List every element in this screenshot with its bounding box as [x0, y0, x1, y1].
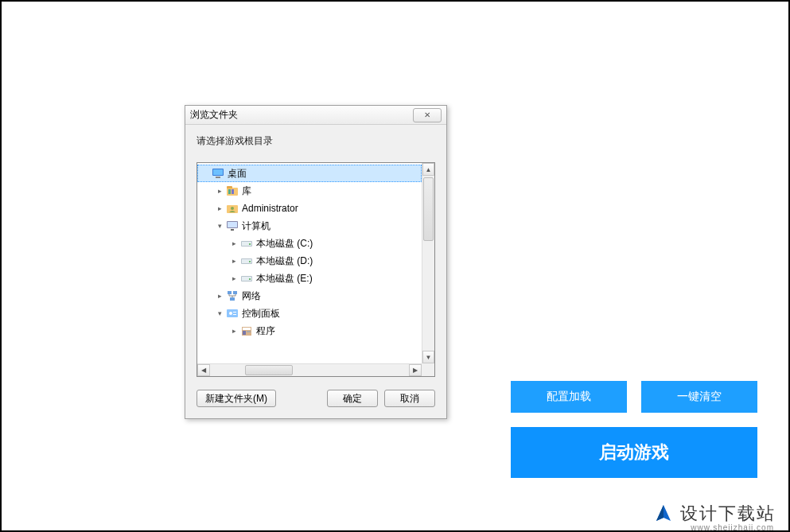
tree-row-label: 计算机 [242, 219, 270, 233]
drive-icon [240, 254, 253, 267]
cancel-button[interactable]: 取消 [384, 390, 435, 407]
tree-row-label: 库 [242, 184, 251, 198]
tree-row-label: 本地磁盘 (E:) [256, 272, 313, 285]
chevron-right-icon[interactable]: ▸ [215, 204, 224, 212]
chevron-right-icon[interactable]: ▸ [229, 327, 239, 335]
svg-rect-23 [230, 297, 235, 301]
svg-rect-11 [231, 229, 234, 231]
svg-rect-21 [228, 291, 232, 294]
one-click-clear-button[interactable]: 一键清空 [641, 381, 757, 413]
svg-rect-26 [233, 312, 236, 313]
tree-row[interactable]: ▸桌面 [197, 165, 422, 182]
watermark-text: 设计下载站 [680, 502, 776, 526]
chevron-down-icon[interactable]: ▾ [215, 309, 224, 317]
svg-rect-10 [228, 222, 237, 227]
config-load-button[interactable]: 配置加载 [511, 381, 627, 413]
scroll-up-arrow-icon[interactable]: ▲ [422, 163, 434, 176]
watermark: 设计下载站 [653, 502, 776, 526]
scroll-right-arrow-icon[interactable]: ▶ [409, 364, 422, 376]
vertical-scroll-thumb[interactable] [423, 177, 434, 241]
tree-row-label: 控制面板 [242, 307, 280, 320]
tree-row-label: Administrator [242, 203, 298, 214]
tree-row[interactable]: ▸本地磁盘 (D:) [197, 252, 422, 270]
svg-rect-6 [232, 189, 234, 194]
tree-row[interactable]: ▸本地磁盘 (E:) [197, 270, 422, 287]
svg-rect-5 [228, 189, 231, 194]
svg-rect-29 [243, 328, 251, 330]
tree-row-label: 网络 [242, 289, 261, 303]
close-button[interactable]: ✕ [413, 108, 442, 122]
desktop-icon [212, 167, 224, 180]
horizontal-scroll-thumb[interactable] [245, 365, 293, 375]
svg-rect-30 [243, 331, 246, 335]
tree-row[interactable]: ▸程序 [197, 322, 422, 340]
chevron-right-icon[interactable]: ▸ [215, 292, 224, 300]
svg-rect-4 [227, 186, 232, 188]
browse-folder-dialog: 浏览文件夹 ✕ 请选择游戏根目录 ▸桌面▸库▸Administrator▾计算机… [185, 105, 447, 419]
config-load-label: 配置加载 [547, 390, 591, 404]
scroll-down-arrow-icon[interactable]: ▼ [422, 351, 434, 363]
svg-rect-27 [233, 314, 236, 315]
close-icon: ✕ [424, 111, 430, 119]
chevron-right-icon[interactable]: ▸ [229, 257, 239, 265]
tree-row[interactable]: ▸库 [197, 182, 422, 200]
new-folder-button[interactable]: 新建文件夹(M) [197, 390, 276, 407]
user-icon [226, 202, 239, 215]
tree-row-label: 桌面 [228, 167, 247, 181]
computer-icon [226, 219, 239, 232]
dialog-button-row: 新建文件夹(M) 确定 取消 [197, 390, 435, 407]
library-icon [226, 184, 239, 197]
svg-rect-1 [213, 169, 223, 175]
one-click-clear-label: 一键清空 [677, 390, 722, 404]
ok-button[interactable]: 确定 [327, 390, 378, 407]
start-game-label: 启动游戏 [599, 441, 669, 464]
horizontal-scrollbar[interactable]: ◀ ▶ [197, 363, 422, 376]
tree-row[interactable]: ▸Administrator [197, 200, 422, 217]
folder-tree-viewport[interactable]: ▸桌面▸库▸Administrator▾计算机▸本地磁盘 (C:)▸本地磁盘 (… [197, 163, 422, 363]
tree-row[interactable]: ▸网络 [197, 287, 422, 305]
tree-row[interactable]: ▸本地磁盘 (C:) [197, 235, 422, 252]
start-game-button[interactable]: 启动游戏 [511, 427, 757, 478]
svg-point-8 [231, 207, 234, 210]
scrollbar-corner [422, 363, 434, 376]
chevron-down-icon[interactable]: ▾ [215, 222, 224, 230]
dialog-title: 浏览文件夹 [190, 108, 238, 122]
tree-row-label: 本地磁盘 (C:) [256, 237, 313, 250]
tree-row-label: 程序 [256, 324, 275, 338]
tree-row[interactable]: ▾计算机 [197, 217, 422, 235]
svg-rect-31 [247, 331, 251, 332]
tree-row[interactable]: ▾控制面板 [197, 305, 422, 322]
chevron-right-icon[interactable]: ▸ [229, 239, 239, 247]
watermark-url: www.shejizhaji.com [691, 523, 774, 532]
svg-rect-22 [233, 291, 237, 294]
network-icon [226, 289, 239, 302]
folder-tree: ▸桌面▸库▸Administrator▾计算机▸本地磁盘 (C:)▸本地磁盘 (… [197, 162, 435, 377]
chevron-right-icon[interactable]: ▸ [215, 187, 224, 195]
svg-point-25 [229, 312, 232, 315]
svg-point-20 [249, 278, 251, 280]
control-panel-icon [226, 307, 239, 320]
watermark-logo-icon [653, 503, 674, 524]
drive-icon [240, 272, 253, 285]
vertical-scrollbar[interactable]: ▲ ▼ [422, 163, 434, 363]
chevron-right-icon[interactable]: ▸ [229, 274, 239, 282]
svg-point-14 [249, 243, 251, 245]
dialog-body: 请选择游戏根目录 ▸桌面▸库▸Administrator▾计算机▸本地磁盘 (C… [185, 125, 446, 418]
dialog-prompt: 请选择游戏根目录 [197, 134, 435, 148]
scroll-left-arrow-icon[interactable]: ◀ [197, 364, 210, 376]
svg-marker-33 [656, 505, 664, 521]
svg-point-17 [249, 261, 251, 262]
svg-rect-2 [216, 177, 220, 178]
programs-icon [240, 324, 253, 337]
dialog-titlebar[interactable]: 浏览文件夹 ✕ [185, 106, 446, 125]
tree-row-label: 本地磁盘 (D:) [256, 254, 313, 268]
drive-icon [240, 237, 253, 250]
chevron-right-icon: ▸ [200, 169, 210, 177]
